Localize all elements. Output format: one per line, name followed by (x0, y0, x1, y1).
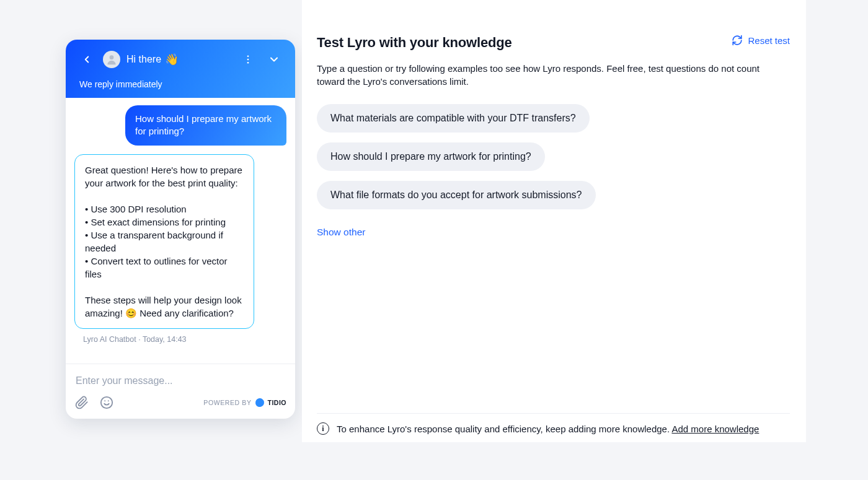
reset-label: Reset test (748, 35, 790, 46)
refresh-icon (732, 35, 743, 46)
reset-test-button[interactable]: Reset test (732, 35, 790, 46)
more-icon[interactable] (238, 50, 258, 69)
panel-description: Type a question or try following example… (317, 62, 788, 88)
reply-subtitle: We reply immediately (79, 79, 284, 89)
powered-by-brand: TIDIO (268, 399, 287, 406)
bot-meta: Lyro AI Chatbot · Today, 14:43 (83, 335, 286, 344)
panel-footer: i To enhance Lyro's response quality and… (317, 413, 790, 435)
footer-text: To enhance Lyro's response quality and e… (337, 424, 671, 434)
chat-header: Hi there 👋 We reply immediately (66, 40, 295, 98)
attachment-icon[interactable] (74, 395, 89, 410)
info-icon: i (317, 422, 329, 435)
powered-by[interactable]: POWERED BY TIDIO (203, 398, 286, 407)
chat-greeting: Hi there 👋 (126, 53, 179, 66)
suggestion-chip[interactable]: How should I prepare my artwork for prin… (317, 142, 545, 171)
bot-message: Great question! Here's how to prepare yo… (74, 154, 254, 329)
suggestion-chip[interactable]: What file formats do you accept for artw… (317, 181, 596, 209)
powered-by-label: POWERED BY (203, 399, 251, 406)
test-panel: Test Lyro with your knowledge Reset test… (302, 0, 806, 442)
greeting-text: Hi there (126, 54, 161, 65)
suggestion-list: What materials are compatible with your … (317, 104, 790, 209)
emoji-icon[interactable] (99, 395, 114, 410)
svg-point-2 (247, 59, 249, 61)
footer-text-wrapper: To enhance Lyro's response quality and e… (337, 424, 759, 434)
chat-widget: Hi there 👋 We reply immediately How shou… (66, 40, 295, 419)
tidio-logo-icon (255, 398, 265, 408)
show-other-link[interactable]: Show other (317, 227, 790, 238)
add-more-knowledge-link[interactable]: Add more knowledge (671, 424, 759, 434)
chat-input-area: POWERED BY TIDIO (66, 364, 295, 419)
chat-body: How should I prepare my artwork for prin… (66, 98, 295, 361)
panel-title: Test Lyro with your knowledge (317, 35, 512, 51)
wave-emoji: 👋 (165, 53, 179, 66)
chevron-down-icon[interactable] (264, 50, 284, 69)
avatar (103, 51, 120, 68)
suggestion-chip[interactable]: What materials are compatible with your … (317, 104, 590, 133)
svg-point-1 (247, 55, 249, 57)
svg-point-3 (247, 62, 249, 64)
svg-point-4 (101, 397, 112, 408)
user-message: How should I prepare my artwork for prin… (125, 105, 286, 146)
svg-point-0 (110, 55, 114, 59)
back-icon[interactable] (77, 50, 97, 69)
message-input[interactable] (74, 370, 286, 395)
